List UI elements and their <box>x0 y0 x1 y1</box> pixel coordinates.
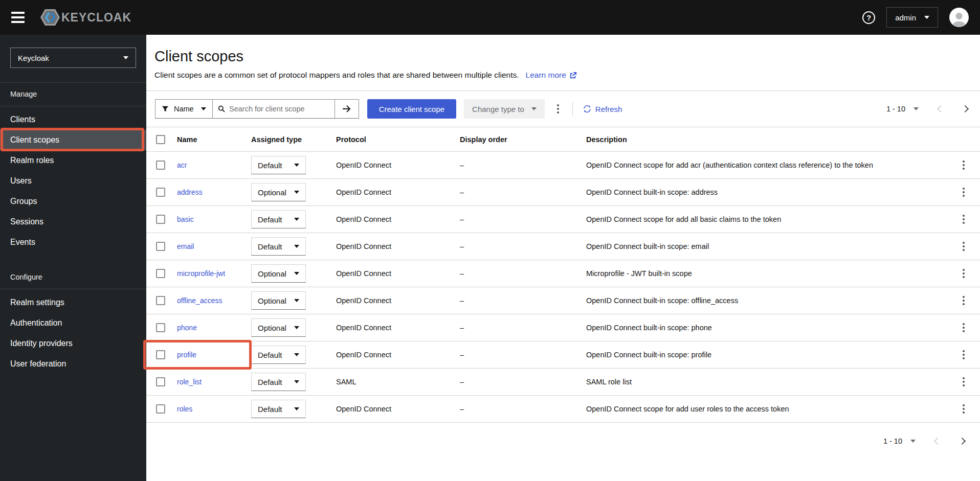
sidebar-item-identity-providers[interactable]: Identity providers <box>0 333 146 354</box>
toolbar: Name Create client scope Change type to … <box>146 91 980 127</box>
sidebar-item-users[interactable]: Users <box>0 171 146 191</box>
row-kebab-menu[interactable] <box>960 212 968 227</box>
person-icon <box>950 11 968 27</box>
assigned-type-dropdown[interactable]: Default <box>251 400 306 418</box>
create-client-scope-button[interactable]: Create client scope <box>367 99 456 119</box>
row-checkbox[interactable] <box>156 350 165 359</box>
masthead: KEYCLOAK ? admin <box>0 0 980 35</box>
sidebar-item-authentication[interactable]: Authentication <box>0 313 146 333</box>
row-checkbox[interactable] <box>156 269 165 278</box>
assigned-type-dropdown[interactable]: Default <box>251 237 306 256</box>
scope-name-link[interactable]: microprofile-jwt <box>177 269 225 278</box>
sidebar-item-groups[interactable]: Groups <box>0 191 146 212</box>
column-header-description: Description <box>586 135 947 144</box>
nav-list-configure: Realm settingsAuthenticationIdentity pro… <box>0 289 146 374</box>
description-cell: OpenID Connect built-in scope: email <box>586 242 947 250</box>
assigned-type-value: Optional <box>258 296 286 305</box>
row-kebab-menu[interactable] <box>960 239 968 254</box>
scope-name-link[interactable]: phone <box>177 324 197 332</box>
protocol-cell: OpenID Connect <box>336 405 460 413</box>
assigned-type-dropdown[interactable]: Optional <box>251 291 306 310</box>
row-kebab-menu[interactable] <box>960 293 968 308</box>
sidebar-item-events[interactable]: Events <box>0 232 146 253</box>
toolbar-divider <box>572 102 573 116</box>
assigned-type-dropdown[interactable]: Default <box>251 156 306 174</box>
row-checkbox[interactable] <box>156 323 165 332</box>
sidebar-item-clients[interactable]: Clients <box>0 109 146 130</box>
next-page-icon[interactable] <box>962 105 969 112</box>
table-row: offline_access Optional OpenID Connect –… <box>146 287 980 314</box>
sidebar-item-user-federation[interactable]: User federation <box>0 354 146 374</box>
row-kebab-menu[interactable] <box>960 157 968 173</box>
previous-page-icon[interactable] <box>934 438 941 445</box>
scope-name-link[interactable]: acr <box>177 161 187 169</box>
row-kebab-menu[interactable] <box>960 266 968 281</box>
protocol-cell: OpenID Connect <box>336 161 460 169</box>
refresh-button[interactable]: Refresh <box>583 105 622 113</box>
learn-more-link[interactable]: Learn more <box>526 71 577 80</box>
display-order-cell: – <box>460 351 586 359</box>
scope-name-link[interactable]: roles <box>177 405 192 413</box>
row-kebab-menu[interactable] <box>960 185 968 200</box>
toolbar-kebab-menu[interactable] <box>554 101 562 117</box>
assigned-type-dropdown[interactable]: Default <box>251 373 306 391</box>
help-icon[interactable]: ? <box>862 11 875 24</box>
scope-name-link[interactable]: email <box>177 242 194 250</box>
row-checkbox[interactable] <box>156 377 165 386</box>
display-order-cell: – <box>460 324 586 332</box>
assigned-type-dropdown[interactable]: Optional <box>251 183 306 201</box>
scope-name-link[interactable]: profile <box>177 351 196 359</box>
assigned-type-dropdown[interactable]: Optional <box>251 318 306 337</box>
row-kebab-menu[interactable] <box>960 320 968 335</box>
hamburger-menu-icon[interactable] <box>11 12 25 23</box>
realm-selector[interactable]: Keycloak <box>10 48 136 68</box>
sidebar-item-client-scopes[interactable]: Client scopes <box>0 130 146 150</box>
assigned-type-dropdown[interactable]: Optional <box>251 264 306 283</box>
sidebar-item-realm-settings[interactable]: Realm settings <box>0 292 146 313</box>
scope-name-link[interactable]: address <box>177 188 203 196</box>
chevron-down-icon <box>294 245 299 248</box>
sidebar-item-realm-roles[interactable]: Realm roles <box>0 150 146 171</box>
row-checkbox[interactable] <box>156 296 165 305</box>
scope-name-link[interactable]: offline_access <box>177 296 222 305</box>
chevron-down-icon <box>914 107 919 110</box>
client-scopes-table: Name Assigned type Protocol Display orde… <box>146 127 980 423</box>
change-type-dropdown[interactable]: Change type to <box>464 99 545 119</box>
chevron-down-icon <box>294 191 299 194</box>
row-kebab-menu[interactable] <box>960 401 968 417</box>
user-menu-dropdown[interactable]: admin <box>886 7 938 28</box>
page-header: Client scopes Client scopes are a common… <box>146 35 980 91</box>
scope-name-link[interactable]: role_list <box>177 378 202 386</box>
display-order-cell: – <box>460 269 586 278</box>
row-checkbox[interactable] <box>156 161 165 170</box>
scope-name-link[interactable]: basic <box>177 215 194 223</box>
realm-selector-label: Keycloak <box>18 54 49 62</box>
assigned-type-dropdown[interactable]: Default <box>251 210 306 228</box>
avatar[interactable] <box>949 8 969 27</box>
row-checkbox[interactable] <box>156 242 165 251</box>
chevron-down-icon <box>294 299 299 302</box>
keycloak-logo-icon <box>40 8 60 27</box>
display-order-cell: – <box>460 405 586 413</box>
next-page-icon[interactable] <box>959 438 966 445</box>
row-kebab-menu[interactable] <box>960 374 968 390</box>
chevron-down-icon <box>294 272 299 275</box>
select-all-checkbox[interactable] <box>156 135 165 144</box>
search-submit-button[interactable] <box>335 99 359 119</box>
row-checkbox[interactable] <box>156 215 165 224</box>
filter-funnel-icon <box>162 105 169 112</box>
assigned-type-value: Default <box>258 378 282 386</box>
pagination-range-label: 1 - 10 <box>886 105 905 113</box>
pagination-range-dropdown[interactable]: 1 - 10 <box>883 437 916 445</box>
search-input[interactable] <box>229 105 329 113</box>
row-checkbox[interactable] <box>156 188 165 197</box>
assigned-type-dropdown[interactable]: Default <box>251 346 306 364</box>
filter-type-dropdown[interactable]: Name <box>155 99 213 119</box>
sidebar-item-sessions[interactable]: Sessions <box>0 212 146 232</box>
row-checkbox[interactable] <box>156 404 165 414</box>
row-kebab-menu[interactable] <box>960 347 968 362</box>
chevron-down-icon <box>531 107 537 110</box>
pagination-range-dropdown[interactable]: 1 - 10 <box>886 105 919 113</box>
previous-page-icon[interactable] <box>937 105 944 112</box>
display-order-cell: – <box>460 215 586 223</box>
